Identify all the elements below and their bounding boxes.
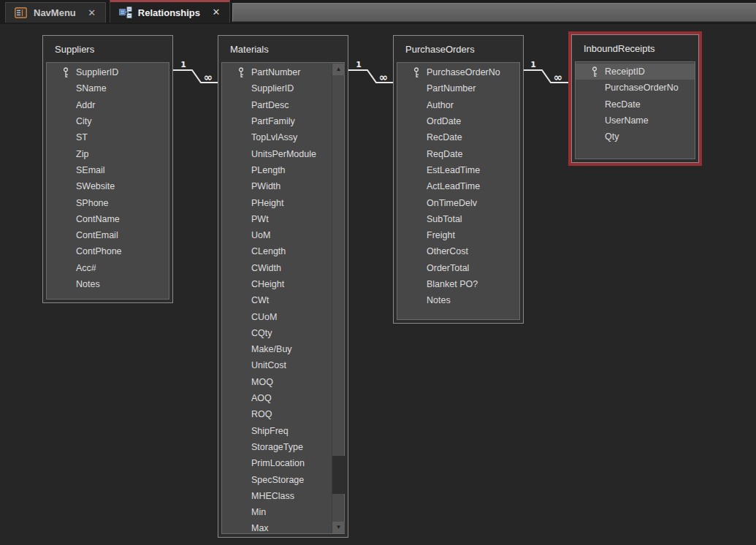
field-row[interactable]: Make/Buy [222, 341, 344, 357]
field-row[interactable]: PartNumber [222, 64, 344, 80]
field-row[interactable]: SpecStorage [222, 471, 344, 487]
field-list: PartNumber SupplierID PartDesc PartFamil… [221, 62, 345, 534]
field-name: City [76, 116, 92, 126]
field-row[interactable]: ActLeadTime [397, 178, 519, 194]
field-row[interactable]: EstLeadTime [397, 162, 519, 178]
field-row[interactable]: OtherCost [397, 243, 519, 259]
field-row[interactable]: Max [222, 520, 344, 534]
table-purchaseorders[interactable]: PurchaseOrders PurchaseOrderNo PartNumbe… [393, 35, 524, 324]
field-name: ContEmail [76, 230, 118, 240]
svg-text:∞: ∞ [204, 71, 213, 84]
field-row[interactable]: PartFamily [222, 113, 344, 129]
svg-text:1: 1 [180, 60, 186, 69]
field-row[interactable]: UnitsPerModule [222, 145, 344, 161]
field-row[interactable]: PWt [222, 211, 344, 227]
scroll-down-icon[interactable]: ▼ [332, 522, 345, 533]
field-row[interactable]: SupplierID [47, 64, 169, 80]
field-row[interactable]: Min [222, 504, 344, 520]
field-name: Max [251, 523, 269, 533]
field-name: PartDesc [251, 100, 289, 110]
tab-relationships[interactable]: Relationships ✕ [110, 0, 230, 23]
field-row[interactable]: ContEmail [47, 227, 169, 243]
field-row[interactable]: CHeight [222, 276, 344, 292]
scroll-up-icon[interactable]: ▲ [332, 64, 345, 75]
field-row[interactable]: PartNumber [397, 80, 519, 96]
field-row[interactable]: StorageType [222, 439, 344, 455]
table-title: Materials [218, 36, 348, 62]
field-row[interactable]: SupplierID [222, 80, 344, 96]
field-name: Notes [427, 295, 451, 305]
relationships-canvas[interactable]: 1 ∞ 1 ∞ 1 ∞ Suppliers SupplierID [0, 24, 756, 545]
field-row[interactable]: CWt [222, 292, 344, 308]
field-row[interactable]: OrderTotal [397, 260, 519, 276]
field-row[interactable]: RecDate [397, 129, 519, 145]
field-row[interactable]: PurchaseOrderNo [576, 80, 695, 96]
field-row[interactable]: CLength [222, 243, 344, 259]
field-row[interactable]: ContPhone [47, 243, 169, 259]
field-name: Freight [427, 230, 455, 240]
field-name: OtherCost [427, 246, 468, 256]
field-name: Min [251, 507, 266, 517]
field-row[interactable]: Author [397, 97, 519, 113]
field-row[interactable]: CQty [222, 325, 344, 341]
field-row[interactable]: UserName [576, 113, 695, 129]
field-name: PrimLocation [251, 458, 305, 468]
field-name: CWt [251, 295, 269, 305]
table-suppliers[interactable]: Suppliers SupplierID SName Addr City ST … [42, 35, 173, 303]
field-row[interactable]: SubTotal [397, 211, 519, 227]
relationships-icon [119, 7, 132, 18]
field-row[interactable]: UnitCost [222, 357, 344, 373]
field-row[interactable]: CWidth [222, 260, 344, 276]
scrollbar-thumb[interactable] [332, 456, 345, 494]
field-row[interactable]: ContName [47, 211, 169, 227]
field-name: UoM [251, 230, 270, 240]
field-row[interactable]: Qty [576, 129, 695, 145]
field-name: ShipFreq [251, 426, 289, 436]
field-name: AOQ [251, 393, 272, 403]
field-row[interactable]: Notes [397, 292, 519, 308]
field-name: UnitCost [251, 360, 286, 370]
close-icon[interactable]: ✕ [210, 7, 222, 18]
close-icon[interactable]: ✕ [86, 7, 98, 19]
field-row[interactable]: SName [47, 80, 169, 96]
field-name: CHeight [251, 279, 284, 289]
field-row[interactable]: Addr [47, 97, 169, 113]
field-row[interactable]: PrimLocation [222, 455, 344, 471]
table-title: InboundReceipts [572, 35, 698, 61]
field-row[interactable]: PurchaseOrderNo [397, 64, 519, 80]
field-row[interactable]: ReceiptID [576, 64, 695, 80]
field-row[interactable]: UoM [222, 227, 344, 243]
field-row[interactable]: Zip [47, 145, 169, 161]
field-row[interactable]: PartDesc [222, 97, 344, 113]
field-row[interactable]: SWebsite [47, 178, 169, 194]
field-row[interactable]: PWidth [222, 178, 344, 194]
field-row[interactable]: SPhone [47, 194, 169, 210]
field-row[interactable]: TopLvlAssy [222, 129, 344, 145]
field-row[interactable]: PHeight [222, 194, 344, 210]
field-row[interactable]: AOQ [222, 390, 344, 406]
field-row[interactable]: MHEClass [222, 488, 344, 504]
field-row[interactable]: City [47, 113, 169, 129]
field-row[interactable]: ST [47, 129, 169, 145]
table-materials[interactable]: Materials PartNumber SupplierID PartDesc… [218, 35, 348, 538]
field-name: RecDate [605, 99, 641, 110]
field-row[interactable]: Notes [47, 276, 169, 292]
table-inboundreceipts[interactable]: InboundReceipts ReceiptID PurchaseOrderN… [571, 34, 699, 163]
field-row[interactable]: SEmail [47, 162, 169, 178]
field-row[interactable]: ShipFreq [222, 423, 344, 439]
field-row[interactable]: ReqDate [397, 145, 519, 161]
tab-navmenu[interactable]: NavMenu ✕ [5, 2, 106, 23]
field-row[interactable]: Freight [397, 227, 519, 243]
field-list-scrollbar[interactable]: ▲ ▼ [332, 64, 344, 533]
svg-text:∞: ∞ [554, 71, 563, 84]
field-row[interactable]: PLength [222, 162, 344, 178]
field-row[interactable]: RecDate [576, 96, 695, 113]
field-row[interactable]: Acc# [47, 260, 169, 276]
field-row[interactable]: OnTimeDelv [397, 194, 519, 210]
field-row[interactable]: CUoM [222, 308, 344, 324]
field-name: SName [76, 83, 107, 94]
field-row[interactable]: Blanket PO? [397, 276, 519, 292]
field-row[interactable]: ROQ [222, 406, 344, 422]
field-row[interactable]: MOQ [222, 374, 344, 390]
field-row[interactable]: OrdDate [397, 113, 519, 129]
